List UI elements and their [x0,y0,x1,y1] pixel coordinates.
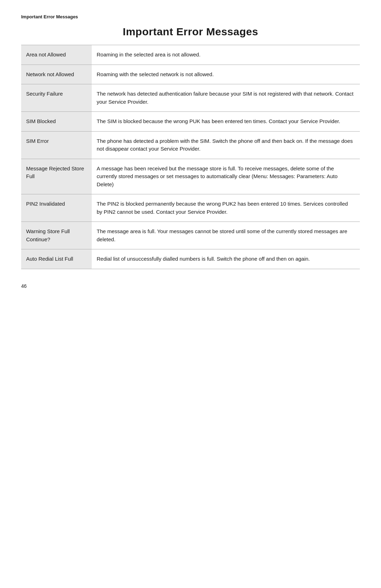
error-description: The phone has detected a problem with th… [92,131,360,159]
table-row: Warning Store Full Continue?The message … [21,222,360,249]
error-term: Message Rejected Store Full [21,159,92,194]
error-messages-table: Area not AllowedRoaming in the selected … [21,45,360,269]
table-row: Network not AllowedRoaming with the sele… [21,65,360,84]
top-label: Important Error Messages [21,14,360,19]
error-description: Roaming with the selected network is not… [92,65,360,84]
error-description: The message area is full. Your messages … [92,222,360,249]
error-description: The PIN2 is blocked permanently because … [92,194,360,222]
error-term: Network not Allowed [21,65,92,84]
table-row: SIM ErrorThe phone has detected a proble… [21,131,360,159]
error-term: PIN2 Invalidated [21,194,92,222]
error-term: Area not Allowed [21,45,92,65]
error-term: SIM Blocked [21,112,92,132]
page-title: Important Error Messages [21,26,360,38]
error-description: The SIM is blocked because the wrong PUK… [92,112,360,132]
error-description: Roaming in the selected area is not allo… [92,45,360,65]
table-row: PIN2 InvalidatedThe PIN2 is blocked perm… [21,194,360,222]
page-number: 46 [21,283,360,289]
error-description: Redial list of unsuccessfully dialled nu… [92,249,360,269]
error-description: The network has detected authentication … [92,84,360,112]
table-row: Area not AllowedRoaming in the selected … [21,45,360,65]
table-row: SIM BlockedThe SIM is blocked because th… [21,112,360,132]
error-term: Warning Store Full Continue? [21,222,92,249]
error-term: Auto Redial List Full [21,249,92,269]
table-row: Security FailureThe network has detected… [21,84,360,112]
error-term: Security Failure [21,84,92,112]
table-row: Message Rejected Store FullA message has… [21,159,360,194]
table-row: Auto Redial List FullRedial list of unsu… [21,249,360,269]
error-description: A message has been received but the mess… [92,159,360,194]
error-term: SIM Error [21,131,92,159]
